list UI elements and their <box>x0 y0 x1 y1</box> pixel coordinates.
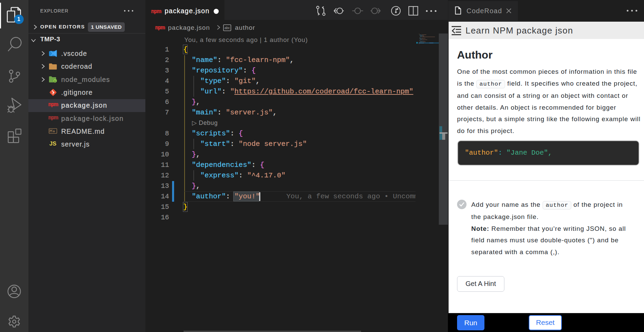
svg-text:abc: abc <box>224 26 230 30</box>
svg-text:js: js <box>54 80 56 83</box>
